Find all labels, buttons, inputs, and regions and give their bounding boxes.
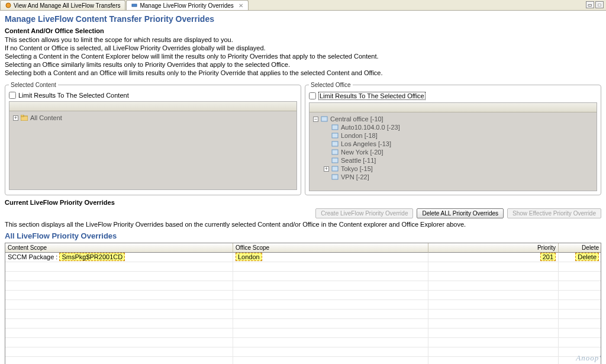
tree-item-label: London [-18] bbox=[341, 132, 378, 139]
tab-label: Manage LiveFlow Priority Overrides bbox=[140, 2, 233, 9]
tree-item-label: Central office [-10] bbox=[330, 115, 383, 123]
limit-office-row[interactable]: Limit Results To The Selected Office bbox=[309, 92, 597, 100]
limit-office-checkbox[interactable] bbox=[309, 92, 316, 99]
content-tree-body[interactable]: + All Content bbox=[9, 111, 296, 190]
tree-item-office[interactable]: VPN [-22] bbox=[313, 173, 593, 181]
table-row-empty bbox=[5, 310, 601, 319]
office-icon bbox=[331, 133, 339, 138]
current-overrides-label: Current LiveFlow Priority Overrides bbox=[5, 199, 601, 206]
close-icon[interactable]: ✕ bbox=[238, 2, 243, 9]
selected-content-group: Selected Content Limit Results To The Se… bbox=[5, 82, 301, 195]
col-label: Delete bbox=[582, 244, 599, 251]
content-scope-value: SmsPkg$PR2001CD bbox=[59, 253, 125, 261]
table-row-empty bbox=[5, 272, 601, 281]
tree-item-label: Auto10.104.0.0 [-23] bbox=[341, 124, 400, 131]
tab-view-transfers[interactable]: View And Manage All LiveFlow Transfers bbox=[0, 0, 125, 10]
tree-item-label: New York [-20] bbox=[341, 149, 383, 156]
office-tree-body[interactable]: − Central office [-10] Auto10.104.0.0 [-… bbox=[310, 112, 597, 191]
table-row-empty bbox=[5, 338, 601, 347]
create-override-button[interactable]: Create LiveFlow Priority Override bbox=[315, 208, 413, 218]
office-tree-toolbar bbox=[310, 103, 597, 112]
svg-rect-4 bbox=[321, 117, 327, 121]
tree-item-all-content[interactable]: + All Content bbox=[13, 114, 293, 122]
highlight-underline bbox=[579, 252, 600, 253]
table-row-empty bbox=[5, 319, 601, 328]
section-header: Content And/Or Office Selection bbox=[5, 27, 601, 34]
tree-item-office[interactable]: Auto10.104.0.0 [-23] bbox=[313, 123, 593, 131]
col-label: Content Scope bbox=[8, 244, 47, 251]
svg-rect-3 bbox=[21, 115, 24, 117]
delete-all-overrides-button[interactable]: Delete ALL Priority Overrides bbox=[417, 208, 504, 218]
office-tree: − Central office [-10] Auto10.104.0.0 [-… bbox=[309, 102, 597, 191]
svg-rect-9 bbox=[332, 158, 338, 163]
selected-office-legend: Selected Office bbox=[309, 82, 353, 88]
content-tree-toolbar bbox=[9, 102, 296, 111]
intro-line: Selecting a Content in the Content Explo… bbox=[5, 52, 601, 60]
office-icon bbox=[331, 174, 339, 180]
table-row-empty bbox=[5, 328, 601, 338]
maximize-button[interactable]: □ bbox=[595, 1, 604, 8]
cell-content-scope: SCCM Package : SmsPkg$PR2001CD bbox=[5, 253, 233, 262]
intro-text: This section allows you to limit the sco… bbox=[5, 36, 601, 77]
selection-panels: Selected Content Limit Results To The Se… bbox=[5, 82, 601, 195]
svg-rect-6 bbox=[332, 133, 338, 138]
cell-priority: 201 bbox=[428, 253, 559, 262]
col-content-scope[interactable]: Content Scope bbox=[5, 243, 233, 253]
tree-item-label: Seattle [-11] bbox=[341, 157, 376, 164]
limit-content-checkbox[interactable] bbox=[9, 92, 16, 99]
minimize-button[interactable]: ▭ bbox=[586, 1, 594, 8]
svg-rect-8 bbox=[332, 150, 338, 154]
watermark: Anoop' bbox=[576, 353, 601, 363]
tab-label: View And Manage All LiveFlow Transfers bbox=[14, 2, 120, 9]
tree-item-label: Tokyo [-15] bbox=[341, 165, 373, 172]
intro-line: If no Content or Office is selected, all… bbox=[5, 44, 601, 52]
limit-content-row[interactable]: Limit Results To The Selected Content bbox=[9, 92, 297, 99]
tree-item-office[interactable]: Los Angeles [-13] bbox=[313, 140, 593, 148]
priority-value: 201 bbox=[540, 253, 556, 261]
action-button-row: Create LiveFlow Priority Override Delete… bbox=[5, 208, 601, 218]
intro-line: This section allows you to limit the sco… bbox=[5, 36, 601, 44]
selected-office-group: Selected Office Limit Results To The Sel… bbox=[305, 82, 601, 195]
col-office-scope[interactable]: Office Scope bbox=[233, 243, 428, 253]
limit-office-label: Limit Results To The Selected Office bbox=[318, 92, 426, 100]
col-priority[interactable]: Priority bbox=[428, 243, 559, 253]
table-row-empty bbox=[5, 347, 601, 357]
office-icon bbox=[331, 157, 339, 163]
sub-title: All LiveFlow Priority Overrides bbox=[5, 231, 601, 240]
priority-icon bbox=[131, 2, 137, 8]
expand-icon[interactable]: + bbox=[324, 166, 329, 172]
show-effective-button[interactable]: Show Effective Priority Override bbox=[507, 208, 601, 218]
grid-header: Content Scope Office Scope Priority Dele… bbox=[5, 243, 601, 253]
collapse-icon[interactable]: − bbox=[313, 117, 318, 122]
content-scope-prefix: SCCM Package : bbox=[8, 253, 59, 260]
table-row[interactable]: SCCM Package : SmsPkg$PR2001CD London 20… bbox=[5, 253, 601, 262]
expand-icon[interactable]: + bbox=[13, 115, 18, 121]
col-delete[interactable]: Delete bbox=[559, 243, 601, 253]
delete-link[interactable]: Delete bbox=[575, 253, 599, 261]
tree-item-central-office[interactable]: − Central office [-10] bbox=[313, 115, 593, 123]
highlight-underline bbox=[233, 252, 266, 253]
page-title: Manage LiveFlow Content Transfer Priorit… bbox=[5, 14, 601, 24]
tree-item-office[interactable]: London [-18] bbox=[313, 131, 593, 140]
tree-item-office[interactable]: +Tokyo [-15] bbox=[313, 165, 593, 173]
cell-office-scope: London bbox=[233, 253, 428, 262]
svg-rect-5 bbox=[332, 125, 338, 130]
transfers-icon bbox=[5, 2, 11, 8]
tab-priority-overrides[interactable]: Manage LiveFlow Priority Overrides ✕ bbox=[126, 0, 248, 10]
tree-item-office[interactable]: Seattle [-11] bbox=[313, 156, 593, 165]
col-label: Office Scope bbox=[236, 244, 269, 251]
editor-tabbar: View And Manage All LiveFlow Transfers M… bbox=[0, 0, 606, 11]
cell-delete[interactable]: Delete bbox=[559, 253, 601, 262]
folder-icon bbox=[21, 115, 28, 121]
table-row-empty bbox=[5, 262, 601, 272]
tree-item-office[interactable]: New York [-20] bbox=[313, 148, 593, 156]
svg-rect-7 bbox=[332, 141, 338, 146]
content-tree: + All Content bbox=[9, 101, 297, 190]
window-controls: ▭ □ bbox=[586, 1, 604, 8]
svg-rect-10 bbox=[332, 166, 338, 171]
table-row-empty bbox=[5, 281, 601, 291]
limit-content-label: Limit Results To The Selected Content bbox=[18, 92, 129, 99]
intro-line: Selecting both a Content and an Office w… bbox=[5, 69, 601, 77]
highlight-underline bbox=[533, 252, 557, 253]
tree-item-label: Los Angeles [-13] bbox=[341, 140, 391, 147]
